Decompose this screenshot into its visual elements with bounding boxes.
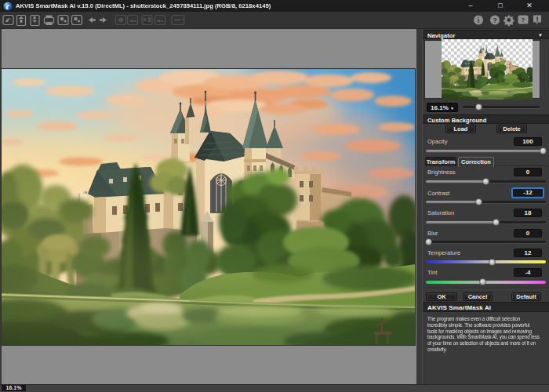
svg-text:?: ? [522,16,525,24]
svg-text:?: ? [493,16,497,24]
svg-text:i: i [478,16,480,24]
